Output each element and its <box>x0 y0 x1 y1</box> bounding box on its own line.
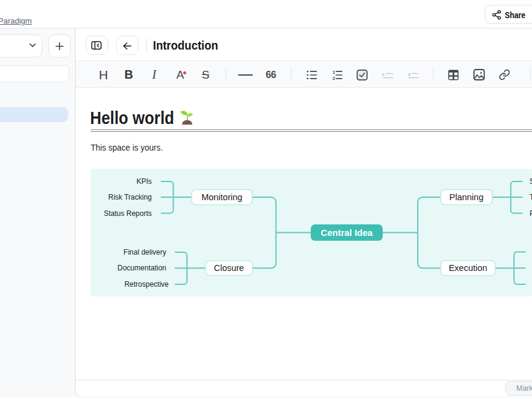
svg-text:2: 2 <box>332 76 335 80</box>
svg-text:Documentation: Documentation <box>117 264 166 272</box>
svg-text:Monitoring: Monitoring <box>201 192 242 202</box>
svg-text:Closure: Closure <box>214 263 244 273</box>
svg-text:Retrospective: Retrospective <box>125 280 169 289</box>
svg-text:Execution: Execution <box>449 263 487 273</box>
svg-text:KPIs: KPIs <box>137 177 152 186</box>
svg-text:Phases: Phases <box>530 209 532 218</box>
svg-text:Timeline: Timeline <box>530 193 532 201</box>
svg-text:Central Idea: Central Idea <box>321 227 374 238</box>
svg-text:Status Reports: Status Reports <box>104 209 152 218</box>
svg-text:Risk Tracking: Risk Tracking <box>108 193 152 201</box>
svg-text:Planning: Planning <box>449 192 483 202</box>
svg-text:1: 1 <box>332 70 335 75</box>
svg-text:Final delivery: Final delivery <box>123 248 166 256</box>
svg-text:Scope: Scope <box>530 177 532 186</box>
